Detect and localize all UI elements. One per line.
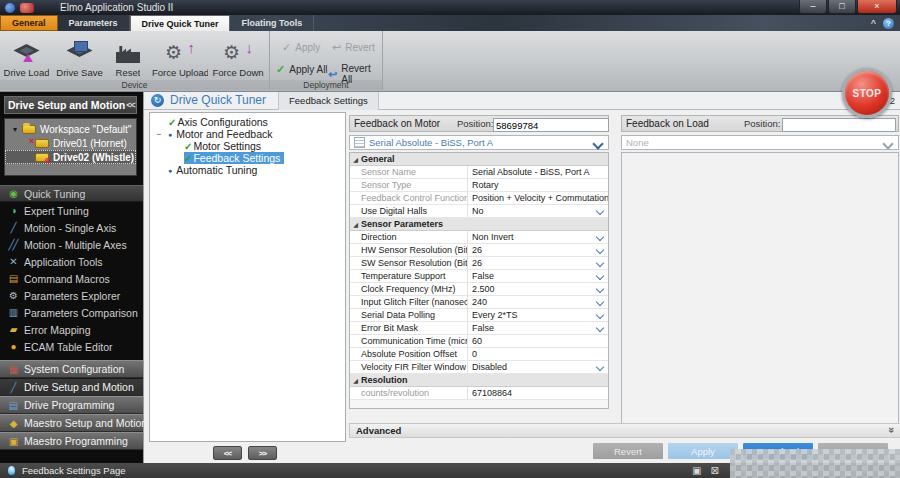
workspace-tree: ▾ Workspace "Default" Drive01 (Hornet) D… <box>4 118 137 176</box>
collapse-panel-icon[interactable]: << <box>126 100 135 110</box>
expander-icon[interactable]: ▾ <box>8 125 22 134</box>
restore-pane-icon[interactable]: ▣ <box>692 465 701 476</box>
sidebar-item-motion-multiple-axes[interactable]: ╱╱ Motion - Multiple Axes <box>0 236 143 253</box>
stop-button[interactable]: STOP <box>842 68 892 118</box>
apply-all-button[interactable]: ✓ Apply All <box>276 63 328 76</box>
revert-action-button[interactable]: Revert <box>593 443 663 459</box>
apply-action-button[interactable]: Apply <box>668 443 738 459</box>
maximize-button[interactable]: □ <box>828 0 856 14</box>
drive-save-button[interactable]: Drive Save <box>53 31 106 79</box>
chevron-down-icon[interactable] <box>596 298 604 306</box>
tree-item-automatic-tuning[interactable]: ● Automatic Tuning <box>150 164 345 176</box>
module-maestro-setup-and-motion[interactable]: ◆ Maestro Setup and Motion <box>0 414 143 432</box>
sidebar-item-error-mapping[interactable]: ▰ Error Mapping <box>0 321 143 338</box>
chevron-down-icon[interactable] <box>596 285 604 293</box>
workspace-node[interactable]: ▾ Workspace "Default" <box>5 122 136 136</box>
tab-floating-tools[interactable]: Floating Tools <box>230 15 314 31</box>
param-row: Use Digital Halls No <box>350 205 608 218</box>
chevron-down-icon[interactable] <box>596 324 604 332</box>
module-system-configuration[interactable]: ▦ System Configuration <box>0 360 143 378</box>
module-maestro-programming[interactable]: ▣ Maestro Programming <box>0 432 143 450</box>
sidebar-item-ecam-table-editor[interactable]: ● ECAM Table Editor <box>0 338 143 355</box>
drive02-icon <box>35 153 49 162</box>
param-row: Communication Time (microsecond) 60 <box>350 335 608 348</box>
param-row: Temperature Support False <box>350 270 608 283</box>
drive02-node[interactable]: Drive02 (Whistle) <box>5 150 136 164</box>
quick-tuning-icon: ◉ <box>5 188 20 199</box>
application-window: Elmo Application Studio II – □ × General… <box>0 0 900 478</box>
reset-button[interactable]: Reset <box>106 31 150 79</box>
motor-panel-header: Feedback on Motor Position: <box>349 115 609 132</box>
drive-load-button[interactable]: Drive Load <box>0 31 53 79</box>
tab-general[interactable]: General <box>0 15 58 31</box>
sidebar-item-application-tools[interactable]: ✕ Application Tools <box>0 253 143 270</box>
sidebar-item-quick-tuning[interactable]: ◉ Quick Tuning <box>0 185 143 202</box>
chevron-down-icon[interactable] <box>596 311 604 319</box>
tree-item-feedback-settings[interactable]: ✓ Feedback Settings <box>150 152 345 164</box>
param-row: Serial Data Polling Every 2*TS <box>350 309 608 322</box>
next-step-button[interactable]: >> <box>248 446 277 460</box>
section-sensor-parameters[interactable]: ◢ Sensor Parameters <box>350 218 608 231</box>
tab-drive-quick-tuner[interactable]: Drive Quick Tuner <box>130 15 231 31</box>
record-icon[interactable] <box>20 3 34 13</box>
ribbon-tab-bar: General Parameters Drive Quick Tuner Flo… <box>0 15 900 31</box>
sidebar-item-command-macros[interactable]: ▤ Command Macros <box>0 270 143 287</box>
advanced-expander[interactable]: Advanced » <box>349 423 900 438</box>
sidebar-item-parameters-comparison[interactable]: ▥ Parameters Comparison <box>0 304 143 321</box>
tree-item-motor-and-feedback[interactable]: − ● Motor and Feedback <box>150 128 345 140</box>
parameters-explorer-icon: ⚙ <box>5 290 20 301</box>
motor-sensor-select[interactable]: Serial Absolute - BiSS, Port A <box>349 135 609 150</box>
hint-bulb-icon <box>8 466 15 475</box>
sidebar-item-expert-tuning[interactable]: ◑ Expert Tuning <box>0 202 143 219</box>
status-text: Feedback Settings Page <box>22 465 126 476</box>
tab-parameters[interactable]: Parameters <box>58 15 130 31</box>
apply-button[interactable]: ✓ Apply <box>282 41 320 54</box>
drive-save-icon <box>65 41 95 65</box>
parameters-comparison-icon: ▥ <box>5 307 20 318</box>
chevron-down-icon[interactable] <box>596 363 604 371</box>
drive01-icon <box>35 139 49 148</box>
force-upload-button[interactable]: ⚙↑ Force Upload <box>150 31 210 79</box>
collapse-ribbon-icon[interactable]: ^ <box>871 18 876 28</box>
sidebar-item-motion-single-axis[interactable]: ╱ Motion - Single Axis <box>0 219 143 236</box>
help-icon[interactable]: ? <box>883 18 894 29</box>
section-resolution[interactable]: ◢ Resolution <box>350 374 608 387</box>
revert-button[interactable]: ↩ Revert <box>332 41 375 54</box>
module-drive-programming[interactable]: ▤ Drive Programming <box>0 396 143 414</box>
left-sidebar: Drive Setup and Motion << ▾ Workspace "D… <box>0 91 143 463</box>
chevron-down-icon[interactable] <box>596 272 604 280</box>
section-expander-icon[interactable]: ◢ <box>350 221 361 228</box>
section-general[interactable]: ◢ General <box>350 153 608 166</box>
drive01-node[interactable]: Drive01 (Hornet) <box>5 136 136 150</box>
command-macros-icon: ▤ <box>5 273 20 284</box>
tab-feedback-settings[interactable]: Feedback Settings <box>278 91 379 110</box>
param-row: HW Sensor Resolution (Bits) 26 <box>350 244 608 257</box>
app-icon[interactable] <box>5 3 15 13</box>
force-down-button[interactable]: ⚙↓ Force Down <box>210 31 266 79</box>
error-mapping-icon: ▰ <box>5 324 20 335</box>
close-button[interactable]: × <box>857 0 897 14</box>
chevron-down-icon[interactable] <box>596 233 604 241</box>
load-position-input[interactable] <box>782 118 896 132</box>
main-content: ✓ Axis Configurations − ● Motor and Feed… <box>143 110 900 463</box>
param-row: Clock Frequency (MHz) 2.500 <box>350 283 608 296</box>
motor-position-input[interactable] <box>493 118 609 132</box>
module-drive-setup-and-motion[interactable]: ╱ Drive Setup and Motion <box>0 378 143 396</box>
collapse-node-icon[interactable]: − <box>156 129 161 139</box>
previous-step-button[interactable]: << <box>213 446 242 460</box>
load-sensor-select[interactable]: None <box>621 135 899 150</box>
sidebar-header[interactable]: Drive Setup and Motion << <box>4 96 137 114</box>
tree-item-axis-configurations[interactable]: ✓ Axis Configurations <box>150 116 345 128</box>
sidebar-item-parameters-explorer[interactable]: ⚙ Parameters Explorer <box>0 287 143 304</box>
chevron-down-icon[interactable] <box>596 207 604 215</box>
close-pane-icon[interactable]: ⊠ <box>710 465 718 476</box>
minimize-button[interactable]: – <box>799 0 827 14</box>
reset-icon <box>113 41 143 65</box>
tree-item-motor-settings[interactable]: ✓ Motor Settings <box>150 140 345 152</box>
chevron-down-icon[interactable] <box>596 259 604 267</box>
chevron-down-icon[interactable] <box>596 246 604 254</box>
system-configuration-icon: ▦ <box>5 364 20 375</box>
load-panel-header: Feedback on Load Position: <box>621 115 899 132</box>
section-expander-icon[interactable]: ◢ <box>350 156 361 163</box>
section-expander-icon[interactable]: ◢ <box>350 377 361 384</box>
